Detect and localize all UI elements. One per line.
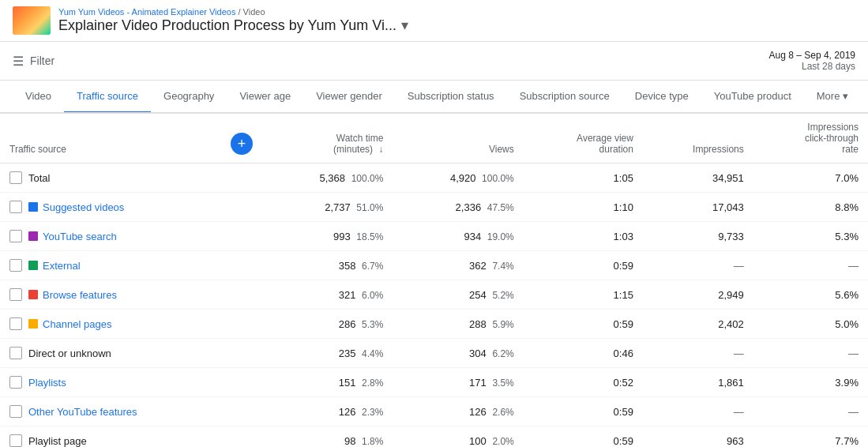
table-row: Channel pages286 5.3%288 5.9%0:592,4025.… (0, 310, 868, 339)
row-checkbox[interactable] (9, 317, 22, 330)
ctr-cell: 5.0% (753, 310, 868, 339)
ctr-cell: 8.8% (753, 193, 868, 222)
row-checkbox[interactable] (9, 347, 22, 359)
date-range: Aug 8 – Sep 4, 2019 Last 28 days (769, 50, 855, 72)
source-label: Total (28, 172, 50, 184)
watch-time-cell: 151 2.8% (262, 368, 393, 397)
tab-device-type[interactable]: Device type (622, 81, 701, 114)
row-checkbox[interactable] (9, 434, 22, 447)
row-checkbox[interactable] (9, 259, 22, 272)
source-link[interactable]: Suggested videos (43, 201, 124, 213)
empty-add-col (221, 251, 262, 280)
tab-traffic-source[interactable]: Traffic source (64, 81, 151, 114)
views-cell: 126 2.6% (393, 397, 523, 426)
source-color-indicator (28, 261, 38, 270)
filter-label: Filter (30, 54, 54, 67)
tab-more[interactable]: More ▾ (804, 81, 862, 114)
tab-more-arrow: ▾ (843, 90, 848, 102)
row-checkbox[interactable] (9, 405, 22, 418)
tab-bar: Video Traffic source Geography Viewer ag… (0, 81, 868, 114)
source-link[interactable]: Other YouTube features (28, 406, 137, 418)
table-row: Other YouTube features126 2.3%126 2.6%0:… (0, 397, 868, 426)
col-header-add: + (221, 114, 262, 163)
source-cell: Total (0, 163, 221, 193)
impressions-cell: 1,861 (643, 368, 753, 397)
impressions-cell: 34,951 (643, 163, 753, 193)
table-header-row: Traffic source + Watch time(minutes) ↓ V… (0, 114, 868, 163)
row-checkbox[interactable] (9, 230, 22, 242)
watch-time-cell: 235 4.4% (262, 339, 393, 368)
avg-duration-cell: 1:10 (524, 193, 643, 222)
header-meta: Yum Yum Videos - Animated Explainer Vide… (58, 7, 408, 34)
tab-more-label: More (817, 90, 840, 102)
views-cell: 171 3.5% (393, 368, 523, 397)
impressions-cell: 2,402 (643, 310, 753, 339)
source-link[interactable]: YouTube search (43, 231, 117, 242)
table-row: Suggested videos2,737 51.0%2,336 47.5%1:… (0, 193, 868, 222)
breadcrumb-section: Video (243, 7, 265, 17)
tab-youtube-product[interactable]: YouTube product (701, 81, 804, 114)
views-cell: 100 2.0% (393, 426, 523, 448)
table-row: External358 6.7%362 7.4%0:59—— (0, 251, 868, 280)
page-header: Yum Yum Videos - Animated Explainer Vide… (0, 0, 868, 42)
breadcrumb: Yum Yum Videos - Animated Explainer Vide… (58, 7, 408, 17)
empty-add-col (221, 397, 262, 426)
views-cell: 2,336 47.5% (393, 193, 523, 222)
tab-viewer-age[interactable]: Viewer age (227, 81, 303, 114)
empty-add-col (221, 222, 262, 251)
views-cell: 288 5.9% (393, 310, 523, 339)
avg-duration-cell: 0:59 (524, 426, 643, 448)
impressions-cell: 2,949 (643, 280, 753, 310)
breadcrumb-channel-link[interactable]: Yum Yum Videos - Animated Explainer Vide… (58, 7, 235, 17)
empty-add-col (221, 368, 262, 397)
source-cell: Channel pages (0, 310, 221, 339)
tab-subscription-status[interactable]: Subscription status (395, 81, 507, 114)
tab-geography[interactable]: Geography (151, 81, 227, 114)
row-checkbox[interactable] (9, 201, 22, 213)
source-col-label: Traffic source (9, 144, 66, 155)
breadcrumb-separator: / (238, 7, 240, 17)
watch-time-cell: 2,737 51.0% (262, 193, 393, 222)
views-cell: 934 19.0% (393, 222, 523, 251)
source-link[interactable]: External (43, 260, 81, 272)
row-checkbox[interactable] (9, 376, 22, 389)
date-range-text: Aug 8 – Sep 4, 2019 (769, 50, 855, 61)
avg-duration-cell: 0:59 (524, 251, 643, 280)
ctr-cell: 7.7% (753, 426, 868, 448)
source-link[interactable]: Playlists (28, 377, 66, 389)
impressions-cell: — (643, 339, 753, 368)
row-checkbox[interactable] (9, 171, 22, 184)
ctr-cell: — (753, 251, 868, 280)
add-column-button[interactable]: + (231, 133, 253, 155)
col-header-views: Views (393, 114, 523, 163)
source-link[interactable]: Browse features (43, 289, 117, 301)
ctr-cell: 5.3% (753, 222, 868, 251)
source-color-indicator (28, 202, 38, 212)
watch-time-cell: 286 5.3% (262, 310, 393, 339)
empty-add-col (221, 426, 262, 448)
ctr-cell: — (753, 339, 868, 368)
watch-time-cell: 358 6.7% (262, 251, 393, 280)
impressions-cell: 963 (643, 426, 753, 448)
row-checkbox[interactable] (9, 288, 22, 301)
empty-add-col (221, 339, 262, 368)
tab-viewer-gender[interactable]: Viewer gender (303, 81, 395, 114)
table-row: Total5,368 100.0%4,920 100.0%1:0534,9517… (0, 163, 868, 193)
impressions-cell: — (643, 251, 753, 280)
avg-duration-cell: 0:52 (524, 368, 643, 397)
page-title: Explainer Video Production Process by Yu… (58, 17, 408, 34)
filter-icon: ☰ (13, 54, 24, 69)
avg-duration-cell: 0:59 (524, 397, 643, 426)
empty-add-col (221, 163, 262, 193)
tab-subscription-source[interactable]: Subscription source (507, 81, 622, 114)
table-row: Direct or unknown235 4.4%304 6.2%0:46—— (0, 339, 868, 368)
source-link[interactable]: Channel pages (43, 318, 111, 330)
data-table-container: Traffic source + Watch time(minutes) ↓ V… (0, 114, 868, 447)
views-cell: 254 5.2% (393, 280, 523, 310)
ctr-cell: 7.0% (753, 163, 868, 193)
title-dropdown-icon[interactable]: ▾ (401, 17, 408, 34)
source-cell: External (0, 251, 221, 280)
filter-left: ☰ Filter (13, 54, 54, 69)
tab-video[interactable]: Video (13, 81, 64, 114)
data-table: Traffic source + Watch time(minutes) ↓ V… (0, 114, 868, 447)
